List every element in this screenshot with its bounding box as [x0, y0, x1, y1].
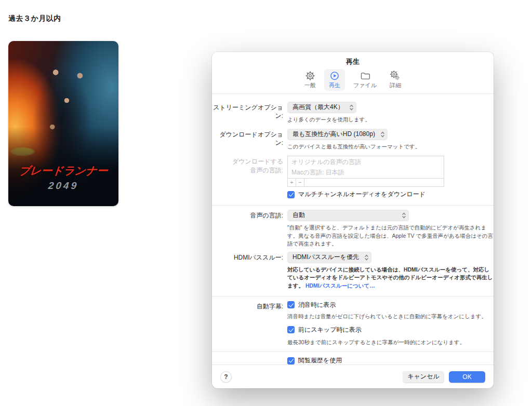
chevron-up-down-icon	[349, 104, 354, 111]
tab-advanced-label: 詳細	[390, 82, 401, 89]
hdmi-passthrough-label: HDMIパススルー:	[212, 252, 283, 262]
poster-subtitle: 2049	[8, 180, 118, 192]
hdmi-passthrough-value: HDMIパススルーを優先	[292, 253, 359, 262]
dialog-title: 再生	[212, 52, 494, 66]
checkbox-checked-icon[interactable]	[287, 301, 295, 308]
use-viewing-history-label: 閲覧履歴を使用	[298, 356, 342, 364]
streaming-option-select[interactable]: 高画質（最大4K）	[287, 102, 356, 113]
tab-general-label: 一般	[304, 82, 316, 89]
download-languages-label: ダウンロードする 音声の言語:	[212, 156, 283, 174]
show-when-muted-label: 消音時に表示	[298, 301, 336, 309]
tab-advanced[interactable]: 詳細	[385, 69, 406, 91]
streaming-option-label: ストリーミングオプション:	[212, 102, 283, 120]
multichannel-audio-checkbox-row[interactable]: マルチチャンネルオーディオをダウンロード	[287, 190, 494, 199]
checkbox-checked-icon[interactable]	[287, 326, 295, 333]
download-languages-listbox[interactable]: オリジナルの音声の言語 Macの言語: 日本語 + −	[287, 156, 444, 187]
audio-language-description: "自動" を選択すると、デフォルトまたは元の言語で自動的にビデオが再生されます。…	[287, 224, 494, 248]
section-divider	[212, 351, 494, 352]
use-viewing-history-checkbox-row[interactable]: 閲覧履歴を使用	[287, 356, 494, 364]
tab-files-label: ファイル	[353, 82, 377, 89]
audio-language-value: 自動	[292, 211, 305, 220]
add-language-button[interactable]: +	[288, 179, 296, 186]
hdmi-passthrough-description: 対応しているデバイスに接続している場合は、HDMIパススルーを使って、対応してい…	[287, 266, 494, 290]
checkbox-checked-icon[interactable]	[287, 357, 295, 364]
audio-language-select[interactable]: 自動	[287, 210, 409, 221]
section-divider	[212, 205, 494, 206]
ok-button[interactable]: OK	[449, 371, 485, 383]
gears-icon	[390, 71, 401, 81]
history-label-spacer	[212, 356, 283, 358]
language-list-item: オリジナルの音声の言語	[288, 157, 444, 167]
streaming-option-description: より多くのデータを使用します。	[287, 116, 494, 124]
language-list-item: Macの言語: 日本語	[288, 167, 444, 178]
chevron-up-down-icon	[380, 131, 385, 138]
poster-title: ブレードランナー	[8, 164, 118, 178]
multichannel-audio-label: マルチチャンネルオーディオをダウンロード	[298, 190, 425, 199]
preferences-toolbar: 一般 再生 ファイル 詳細	[212, 66, 494, 93]
tab-playback[interactable]: 再生	[324, 69, 345, 91]
chevron-up-down-icon	[402, 212, 406, 219]
movie-poster-blade-runner-2049[interactable]: ブレードランナー 2049	[8, 41, 118, 206]
section-divider	[212, 296, 494, 296]
tab-playback-label: 再生	[329, 82, 340, 89]
help-button[interactable]: ?	[220, 371, 232, 383]
tab-files[interactable]: ファイル	[349, 69, 381, 91]
tab-general[interactable]: 一般	[300, 69, 321, 91]
chevron-up-down-icon	[364, 254, 369, 261]
dialog-footer: ? キャンセル OK	[212, 364, 494, 388]
cancel-button[interactable]: キャンセル	[403, 371, 444, 383]
gear-icon	[305, 71, 315, 81]
show-when-skipping-label: 前にスキップ時に表示	[298, 326, 362, 334]
download-option-description: このデバイスと最も互換性が高いフォーマットです。	[287, 143, 494, 151]
remove-language-button[interactable]: −	[296, 179, 304, 186]
checkbox-checked-icon[interactable]	[287, 191, 295, 198]
show-when-muted-checkbox-row[interactable]: 消音時に表示	[287, 301, 494, 309]
play-circle-icon	[329, 71, 340, 81]
playback-preferences-dialog: 再生 一般 再生 ファイル 詳細	[212, 52, 494, 388]
hdmi-passthrough-link[interactable]: HDMIパススルーについて…	[305, 282, 375, 289]
download-option-label: ダウンロードオプション:	[212, 129, 283, 147]
section-title: 過去３か月以内	[8, 14, 61, 23]
download-option-value: 最も互換性が高いHD (1080p)	[292, 130, 375, 139]
hdmi-passthrough-select[interactable]: HDMIパススルーを優先	[287, 252, 371, 263]
show-when-skipping-description: 最長30秒まで前にスキップするときに字幕が一時的にオンになります。	[287, 339, 494, 346]
show-when-skipping-checkbox-row[interactable]: 前にスキップ時に表示	[287, 326, 494, 334]
streaming-option-value: 高画質（最大4K）	[292, 103, 344, 112]
dialog-content: ストリーミングオプション: 高画質（最大4K） より多くのデータを使用します。 …	[212, 94, 494, 364]
download-option-select[interactable]: 最も互換性が高いHD (1080p)	[287, 129, 388, 140]
auto-subtitles-label: 自動字幕:	[212, 301, 283, 310]
audio-language-label: 音声の言語:	[212, 210, 283, 220]
folder-icon	[360, 71, 370, 81]
show-when-muted-description: 消音時または音量がゼロに下げられているときに自動的に字幕をオンにします。	[287, 313, 494, 320]
